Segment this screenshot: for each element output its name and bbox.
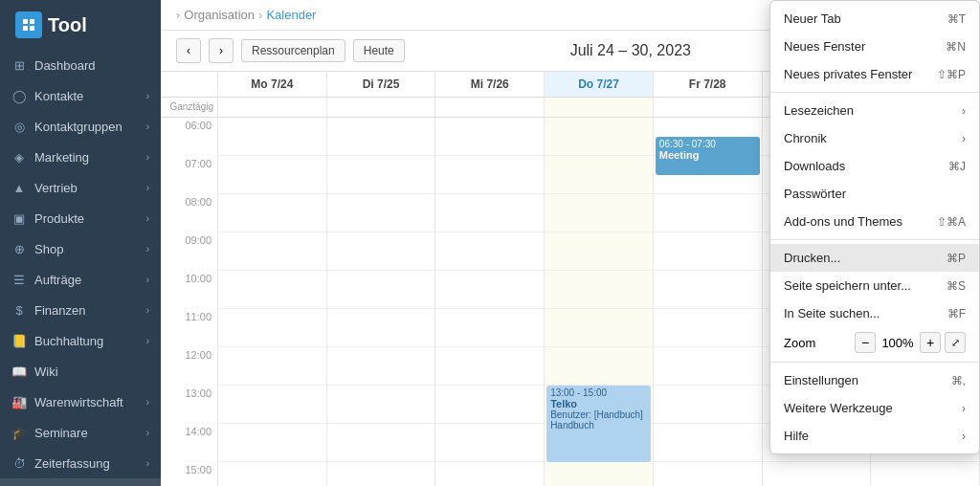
chevron-icon: › bbox=[146, 336, 149, 346]
slot[interactable] bbox=[545, 118, 653, 156]
slot[interactable] bbox=[218, 309, 326, 347]
zoom-plus-button[interactable]: + bbox=[920, 332, 941, 353]
event-meeting-time: 06:30 - 07:30 bbox=[659, 139, 756, 149]
chevron-icon: › bbox=[146, 152, 149, 163]
sidebar-item-dashboard[interactable]: ⊞Dashboard bbox=[0, 50, 161, 80]
slot[interactable] bbox=[435, 156, 544, 194]
slot[interactable] bbox=[545, 271, 653, 309]
resource-plan-button[interactable]: Ressourcenplan bbox=[241, 39, 345, 62]
slot[interactable] bbox=[218, 232, 326, 271]
time-1200: 12:00 bbox=[161, 347, 218, 386]
slot[interactable] bbox=[654, 424, 762, 462]
slot[interactable] bbox=[545, 309, 653, 347]
slot[interactable] bbox=[871, 462, 979, 486]
slot[interactable] bbox=[435, 424, 544, 462]
slot[interactable] bbox=[654, 232, 762, 271]
sidebar-item-seminare[interactable]: 🎓Seminare › bbox=[0, 417, 161, 448]
event-telko[interactable]: 13:00 - 15:00 Telko Benutzer: [Handbuch]… bbox=[546, 386, 651, 462]
slot[interactable] bbox=[435, 194, 544, 232]
sidebar-item-kontakte[interactable]: ◯Kontakte › bbox=[0, 80, 161, 111]
menu-lesezeichen[interactable]: Lesezeichen › bbox=[770, 97, 979, 124]
slot[interactable] bbox=[654, 194, 762, 232]
sidebar-item-finanzen[interactable]: $Finanzen › bbox=[0, 295, 161, 325]
slot[interactable] bbox=[327, 309, 435, 347]
sidebar-label-warenwirtschaft: Warenwirtschaft bbox=[34, 395, 123, 409]
prev-button[interactable]: ‹ bbox=[176, 38, 201, 63]
zoom-fullscreen-button[interactable]: ⤢ bbox=[945, 332, 966, 353]
slot[interactable] bbox=[654, 386, 762, 424]
slot[interactable] bbox=[435, 118, 544, 156]
menu-label-chronik: Chronik bbox=[784, 131, 962, 145]
menu-downloads[interactable]: Downloads ⌘J bbox=[770, 152, 979, 180]
slot[interactable] bbox=[218, 386, 326, 424]
sidebar-item-wiki[interactable]: 📖Wiki bbox=[0, 356, 161, 387]
slot[interactable] bbox=[435, 271, 544, 309]
next-button[interactable]: › bbox=[209, 38, 234, 63]
menu-hilfe[interactable]: Hilfe › bbox=[770, 422, 979, 450]
sidebar-item-zeiterfassung[interactable]: ⏱Zeiterfassung › bbox=[0, 448, 161, 478]
slot[interactable] bbox=[327, 232, 435, 271]
menu-neues-fenster[interactable]: Neues Fenster ⌘N bbox=[770, 33, 979, 60]
sidebar-item-vertrieb[interactable]: ▲Vertrieb › bbox=[0, 172, 161, 203]
slot[interactable] bbox=[327, 462, 435, 486]
slot[interactable] bbox=[654, 347, 762, 386]
slot[interactable] bbox=[218, 194, 326, 232]
slot[interactable] bbox=[435, 232, 544, 271]
slot[interactable] bbox=[218, 462, 326, 486]
slot[interactable] bbox=[654, 309, 762, 347]
slot[interactable] bbox=[218, 424, 326, 462]
sidebar-label-produkte: Produkte bbox=[34, 211, 84, 226]
menu-seite-speichern[interactable]: Seite speichern unter... ⌘S bbox=[770, 272, 979, 299]
slot[interactable] bbox=[218, 271, 326, 309]
slot[interactable] bbox=[545, 156, 653, 194]
slot[interactable] bbox=[654, 271, 762, 309]
slot[interactable] bbox=[654, 462, 762, 486]
slot[interactable] bbox=[545, 194, 653, 232]
chevron-icon: › bbox=[146, 244, 149, 254]
sidebar-item-marketing[interactable]: ◈Marketing › bbox=[0, 142, 161, 172]
sidebar-item-kontaktgruppen[interactable]: ◎Kontaktgruppen › bbox=[0, 111, 161, 142]
slot[interactable] bbox=[327, 118, 435, 156]
slot[interactable] bbox=[435, 386, 544, 424]
slot[interactable] bbox=[327, 424, 435, 462]
sidebar-item-organisation[interactable]: 🏢Organisation ∨ bbox=[0, 478, 161, 486]
slot[interactable] bbox=[763, 462, 871, 486]
menu-werkzeuge[interactable]: Weitere Werkzeuge › bbox=[770, 394, 979, 422]
menu-in-seite-suchen[interactable]: In Seite suchen... ⌘F bbox=[770, 299, 979, 327]
menu-label-passwoerter: Passwörter bbox=[784, 187, 966, 201]
menu-label-zoom: Zoom bbox=[784, 336, 855, 350]
slot[interactable] bbox=[435, 462, 544, 486]
time-1400: 14:00 bbox=[161, 424, 218, 462]
slot[interactable] bbox=[327, 156, 435, 194]
zoom-minus-button[interactable]: − bbox=[855, 332, 876, 353]
slot[interactable] bbox=[435, 347, 544, 386]
shortcut-neuer-tab: ⌘T bbox=[947, 12, 966, 26]
slot[interactable] bbox=[218, 118, 326, 156]
slot[interactable] bbox=[545, 347, 653, 386]
menu-privates-fenster[interactable]: Neues privates Fenster ⇧⌘P bbox=[770, 60, 979, 88]
sidebar-item-buchhaltung[interactable]: 📒Buchhaltung › bbox=[0, 325, 161, 356]
sidebar-item-warenwirtschaft[interactable]: 🏭Warenwirtschaft › bbox=[0, 387, 161, 417]
sidebar-item-auftraege[interactable]: ☰Aufträge › bbox=[0, 264, 161, 295]
sidebar-item-shop[interactable]: ⊕Shop › bbox=[0, 233, 161, 264]
slot[interactable] bbox=[327, 347, 435, 386]
menu-drucken[interactable]: Drucken... ⌘P bbox=[770, 244, 979, 272]
menu-chronik[interactable]: Chronik › bbox=[770, 124, 979, 152]
slot[interactable] bbox=[327, 386, 435, 424]
slot[interactable] bbox=[327, 271, 435, 309]
slot[interactable] bbox=[327, 194, 435, 232]
slot[interactable] bbox=[218, 347, 326, 386]
slot[interactable] bbox=[545, 232, 653, 271]
menu-einstellungen[interactable]: Einstellungen ⌘, bbox=[770, 366, 979, 394]
sidebar-item-produkte[interactable]: ▣Produkte › bbox=[0, 203, 161, 233]
zoom-controls: − 100% + ⤢ bbox=[855, 332, 966, 353]
menu-neuer-tab[interactable]: Neuer Tab ⌘T bbox=[770, 5, 979, 33]
menu-addons[interactable]: Add-ons und Themes ⇧⌘A bbox=[770, 208, 979, 235]
event-meeting[interactable]: 06:30 - 07:30 Meeting bbox=[656, 137, 760, 175]
slot[interactable] bbox=[545, 462, 653, 486]
slot[interactable] bbox=[218, 156, 326, 194]
menu-passwoerter[interactable]: Passwörter bbox=[770, 180, 979, 208]
day-header-1: Di 7/25 bbox=[327, 72, 436, 97]
today-button[interactable]: Heute bbox=[353, 39, 405, 62]
slot[interactable] bbox=[435, 309, 544, 347]
